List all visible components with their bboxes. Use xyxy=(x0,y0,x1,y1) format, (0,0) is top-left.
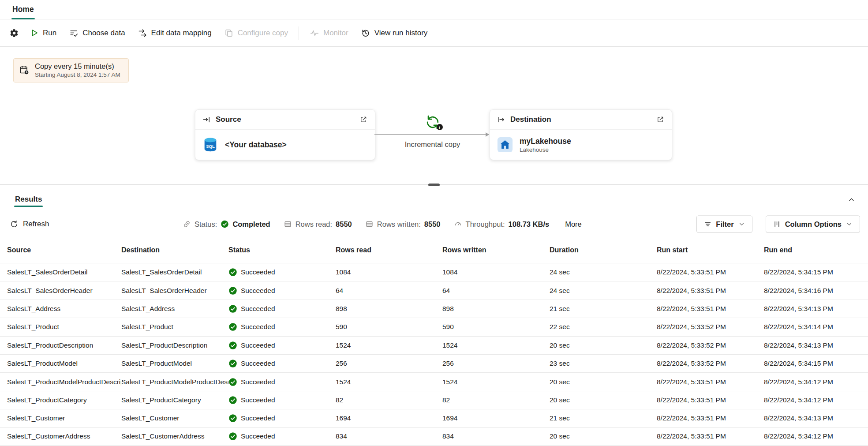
cell-run-start: 8/22/2024, 5:33:51 PM xyxy=(657,378,764,386)
cell-rows-read: 64 xyxy=(336,287,442,295)
table-row[interactable]: SalesLT_SalesOrderDetail SalesLT_SalesOr… xyxy=(0,263,868,281)
schedule-summary: Copy every 15 minute(s) xyxy=(35,62,120,71)
cell-run-start: 8/22/2024, 5:33:52 PM xyxy=(657,323,764,331)
splitter-handle-icon[interactable] xyxy=(428,184,440,186)
tab-home[interactable]: Home xyxy=(9,0,37,19)
filter-button[interactable]: Filter xyxy=(696,216,752,233)
cell-source: SalesLT_Customer xyxy=(7,414,121,422)
schedule-badge[interactable]: Copy every 15 minute(s) Starting August … xyxy=(13,58,129,82)
cell-rows-read: 834 xyxy=(336,432,442,440)
cell-destination: SalesLT_Product xyxy=(121,323,228,331)
cell-rows-written: 834 xyxy=(442,432,550,440)
table-row[interactable]: SalesLT_CustomerAddress SalesLT_Customer… xyxy=(0,427,868,446)
table-row[interactable]: SalesLT_ProductCategory SalesLT_ProductC… xyxy=(0,391,868,409)
col-header-run-start[interactable]: Run start xyxy=(657,246,764,254)
open-destination-button[interactable] xyxy=(655,115,665,124)
cell-status: Succeeded xyxy=(228,286,336,295)
view-run-history-button[interactable]: View run history xyxy=(355,24,434,42)
monitor-label: Monitor xyxy=(323,29,348,37)
status-value: Completed xyxy=(232,220,270,229)
cell-source: SalesLT_CustomerAddress xyxy=(7,432,121,440)
cell-destination: SalesLT_Customer xyxy=(121,414,228,422)
col-header-rows-read[interactable]: Rows read xyxy=(336,246,442,254)
col-header-duration[interactable]: Duration xyxy=(550,246,657,254)
destination-card[interactable]: Destination myLakehouse Lakehouse xyxy=(490,109,672,160)
cell-run-end: 8/22/2024, 5:34:12 PM xyxy=(764,432,868,440)
incremental-copy-sync-icon[interactable]: i xyxy=(425,114,441,130)
cell-rows-read: 1084 xyxy=(336,268,442,276)
cell-duration: 20 sec xyxy=(550,378,657,386)
filter-icon xyxy=(703,220,712,229)
destination-entity-name: myLakehouse xyxy=(520,137,571,146)
col-header-status[interactable]: Status xyxy=(228,246,336,254)
cell-run-end: 8/22/2024, 5:34:12 PM xyxy=(764,396,868,404)
run-button[interactable]: Run xyxy=(24,24,62,41)
table-row[interactable]: SalesLT_ProductModelProductDescription S… xyxy=(0,372,868,390)
view-run-history-label: View run history xyxy=(374,29,428,37)
cell-run-start: 8/22/2024, 5:33:51 PM xyxy=(657,268,764,276)
cell-rows-written: 1694 xyxy=(442,414,550,422)
cell-destination: SalesLT_SalesOrderDetail xyxy=(121,268,228,276)
throughput-gauge-icon xyxy=(454,220,462,229)
cell-status: Succeeded xyxy=(228,414,336,423)
table-row[interactable]: SalesLT_ProductDescription SalesLT_Produ… xyxy=(0,336,868,354)
cell-source: SalesLT_Product xyxy=(7,323,121,331)
cell-source: SalesLT_ProductDescription xyxy=(7,341,121,349)
pulse-icon xyxy=(310,28,319,38)
refresh-icon xyxy=(10,220,19,229)
more-button[interactable]: More xyxy=(562,218,584,230)
edit-data-mapping-button[interactable]: Edit data mapping xyxy=(132,24,217,42)
arrow-into-bar-icon xyxy=(202,115,211,124)
table-row[interactable]: SalesLT_SalesOrderHeader SalesLT_SalesOr… xyxy=(0,281,868,299)
table-row[interactable]: SalesLT_Customer SalesLT_Customer Succee… xyxy=(0,409,868,427)
cell-source: SalesLT_ProductModel xyxy=(7,360,121,367)
cell-rows-written: 1084 xyxy=(442,268,550,276)
arrow-out-of-bar-icon xyxy=(497,115,505,124)
cell-run-end: 8/22/2024, 5:34:15 PM xyxy=(764,268,868,276)
settings-button[interactable] xyxy=(5,24,23,42)
cell-rows-read: 1524 xyxy=(336,378,442,386)
throughput-value: 108.73 KB/s xyxy=(509,220,550,229)
table-row[interactable]: SalesLT_ProductModel SalesLT_ProductMode… xyxy=(0,354,868,372)
table-row[interactable]: SalesLT_Address SalesLT_Address Succeede… xyxy=(0,300,868,318)
cell-rows-written: 1524 xyxy=(442,378,550,386)
source-card[interactable]: Source SQL <Your database> xyxy=(195,109,375,160)
cell-run-end: 8/22/2024, 5:34:13 PM xyxy=(764,305,868,313)
tab-results[interactable]: Results xyxy=(11,187,45,211)
cell-status: Succeeded xyxy=(228,341,336,350)
results-statusbar: Refresh Status: Completed Rows read: 855… xyxy=(0,211,868,237)
cell-destination: SalesLT_CustomerAddress xyxy=(121,432,228,440)
col-header-source[interactable]: Source xyxy=(7,246,121,254)
open-source-button[interactable] xyxy=(359,115,368,124)
cell-status-label: Succeeded xyxy=(241,396,275,404)
panel-splitter[interactable] xyxy=(0,182,868,187)
cell-run-start: 8/22/2024, 5:33:51 PM xyxy=(657,432,764,440)
schedule-start: Starting August 8, 2024 1:57 AM xyxy=(35,71,120,78)
cell-rows-read: 82 xyxy=(336,396,442,404)
choose-data-button[interactable]: Choose data xyxy=(63,24,131,42)
cell-duration: 20 sec xyxy=(550,396,657,404)
cell-rows-read: 1694 xyxy=(336,414,442,422)
cell-status-label: Succeeded xyxy=(241,323,275,331)
toolbar: Run Choose data Edit data mapping Config… xyxy=(0,19,868,47)
chevron-up-icon xyxy=(847,195,856,204)
pipeline-canvas: Copy every 15 minute(s) Starting August … xyxy=(0,47,868,182)
col-header-run-end[interactable]: Run end xyxy=(764,246,868,254)
cell-rows-written: 256 xyxy=(442,360,550,367)
cell-run-start: 8/22/2024, 5:33:52 PM xyxy=(657,341,764,349)
chevron-down-icon xyxy=(738,221,745,228)
cell-status-label: Succeeded xyxy=(241,432,275,440)
cell-duration: 23 sec xyxy=(550,360,657,367)
refresh-button[interactable]: Refresh xyxy=(6,217,53,231)
svg-text:SQL: SQL xyxy=(206,144,215,149)
col-header-rows-written[interactable]: Rows written xyxy=(442,246,550,254)
collapse-results-button[interactable] xyxy=(845,193,858,206)
run-metrics: Status: Completed Rows read: 8550 Rows w… xyxy=(183,218,584,230)
col-header-destination[interactable]: Destination xyxy=(121,246,228,254)
choose-data-icon xyxy=(69,28,79,38)
cell-duration: 24 sec xyxy=(550,268,657,276)
table-row[interactable]: SalesLT_Product SalesLT_Product Succeede… xyxy=(0,318,868,336)
column-options-button[interactable]: Column Options xyxy=(766,216,860,233)
cell-source: SalesLT_SalesOrderHeader xyxy=(7,287,121,295)
cell-run-start: 8/22/2024, 5:33:51 PM xyxy=(657,396,764,404)
